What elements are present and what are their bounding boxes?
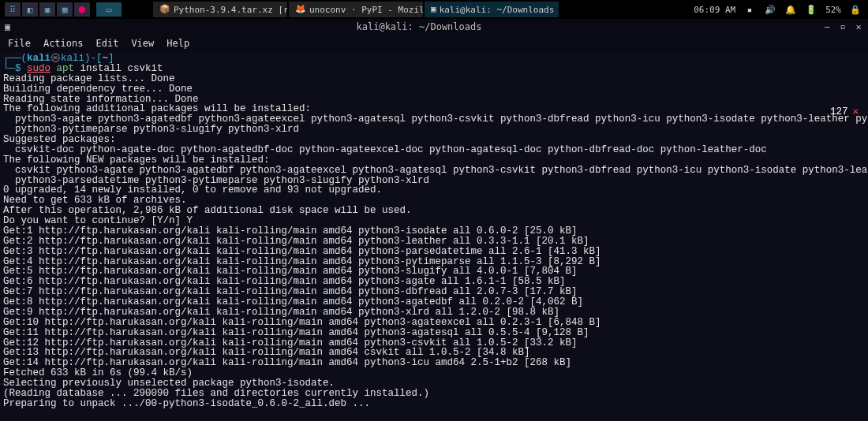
terminal-line: Get:2 http://ftp.harukasan.org/kali kali… [3,237,865,247]
archive-icon: 📦 [159,4,170,15]
kali-icon[interactable]: ⬢ [74,2,90,17]
terminal-line: csvkit-doc python-agate-doc python-agate… [3,145,865,155]
files-icon[interactable]: ◧ [22,2,38,17]
panel-launchers: ⠿ ◧ ▣ ▦ ⬢ ▭ [0,2,122,17]
terminal-line: python3-pytimeparse python3-slugify pyth… [3,125,865,135]
task-terminal[interactable]: ▣ kali@kali: ~/Downloads [425,2,559,17]
task-label: kali@kali: ~/Downloads [440,5,555,15]
network-icon[interactable]: ▪ [743,3,756,16]
firefox-icon: 🦊 [295,4,306,15]
terminal-line: Get:11 http://ftp.harukasan.org/kali kal… [3,328,865,338]
task-label: unoconv · PyPI - Mozilla ... [309,5,423,15]
terminal-line: The following NEW packages will be insta… [3,155,865,166]
terminal-line: Get:3 http://ftp.harukasan.org/kali kali… [3,247,865,257]
workspace-switcher[interactable]: ▭ [96,2,122,17]
window-titlebar[interactable]: ▣ kali@kali: ~/Downloads − ▫ ✕ [0,19,868,35]
editor-icon[interactable]: ▦ [57,2,73,17]
window-title: kali@kali: ~/Downloads [16,21,822,32]
counter-badge: 127 ✕ [830,107,859,117]
cmd-sudo: sudo [27,63,51,74]
menu-file[interactable]: File [8,38,31,49]
terminal-line: Do you want to continue? [Y/n] Y [3,216,865,226]
lock-icon[interactable]: 🔒 [849,3,862,16]
terminal-icon: ▣ [431,4,436,15]
system-tray: 06:09 AM ▪ 🔊 🔔 🔋 52% 🔒 [694,3,868,16]
terminal-line: Preparing to unpack .../00-python3-isoda… [3,399,865,409]
minimize-button[interactable]: − [822,22,832,32]
prompt-line-2: └─$ sudo apt install csvkit [3,64,865,74]
battery-icon[interactable]: 🔋 [805,3,817,16]
window-app-icon: ▣ [5,21,16,32]
counter-value: 127 [830,107,848,117]
battery-percent: 52% [825,5,841,15]
close-button[interactable]: ✕ [854,22,863,32]
menu-actions[interactable]: Actions [43,38,84,49]
task-archive[interactable]: 📦 Python-3.9.4.tar.xz [rea... [153,2,287,17]
counter-close-icon[interactable]: ✕ [852,107,859,117]
clock[interactable]: 06:09 AM [694,5,735,15]
taskbar: 📦 Python-3.9.4.tar.xz [rea... 🦊 unoconv … [153,2,559,17]
terminal-output: Reading package lists... DoneBuilding de… [3,74,865,409]
terminal-line: Suggested packages: [3,135,865,145]
terminal-launcher-icon[interactable]: ▣ [39,2,55,17]
terminal-line: Get:8 http://ftp.harukasan.org/kali kali… [3,297,865,307]
terminal-line: Get:1 http://ftp.harukasan.org/kali kali… [3,226,865,237]
terminal-line: csvkit python3-agate python3-agatedbf py… [3,166,865,176]
terminal-line: Building dependency tree... Done [3,84,865,95]
volume-icon[interactable]: 🔊 [764,3,776,16]
cmd-args: install csvkit [74,63,163,74]
menu-edit[interactable]: Edit [95,38,118,49]
notification-icon[interactable]: 🔔 [784,3,797,16]
task-label: Python-3.9.4.tar.xz [rea... [174,5,287,15]
cmd-apt: apt [57,63,75,74]
terminal-line: Get:9 http://ftp.harukasan.org/kali kali… [3,307,865,318]
terminal[interactable]: ┌──(kali㉿kali)-[~] └─$ sudo apt install … [0,52,868,421]
terminal-line: Selecting previously unselected package … [3,378,865,389]
task-firefox[interactable]: 🦊 unoconv · PyPI - Mozilla ... [289,2,423,17]
desktop-panel: ⠿ ◧ ▣ ▦ ⬢ ▭ 📦 Python-3.9.4.tar.xz [rea..… [0,0,868,19]
maximize-button[interactable]: ▫ [838,22,847,32]
terminal-line: (Reading database ... 290090 files and d… [3,389,865,399]
window-controls: − ▫ ✕ [822,22,863,32]
menu-help[interactable]: Help [166,38,189,49]
terminal-line: Reading package lists... Done [3,74,865,84]
menubar: File Actions Edit View Help [0,35,868,52]
menu-view[interactable]: View [131,38,154,49]
terminal-line: Get:10 http://ftp.harukasan.org/kali kal… [3,318,865,328]
app-menu-icon[interactable]: ⠿ [5,2,21,17]
